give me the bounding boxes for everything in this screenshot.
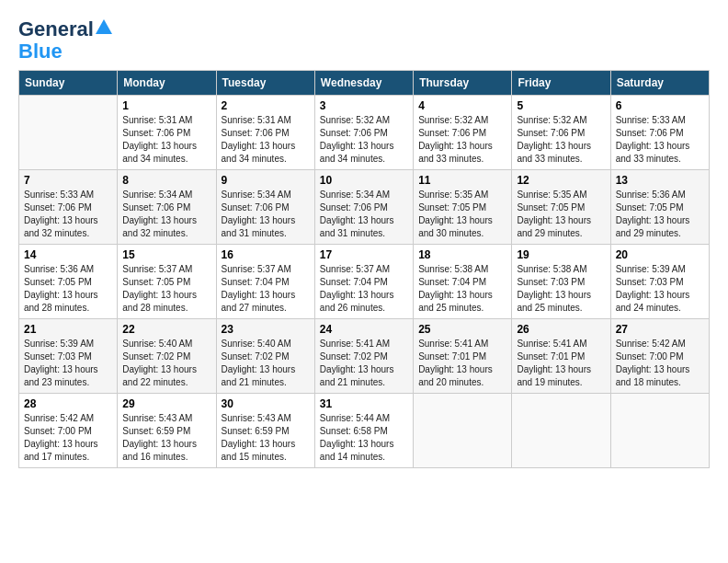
day-number: 13: [616, 174, 704, 187]
header-thursday: Thursday: [414, 71, 512, 96]
day-cell: 10Sunrise: 5:34 AMSunset: 7:06 PMDayligh…: [314, 170, 413, 245]
day-cell: 2Sunrise: 5:31 AMSunset: 7:06 PMDaylight…: [216, 96, 314, 170]
day-cell: 15Sunrise: 5:37 AMSunset: 7:05 PMDayligh…: [118, 245, 216, 319]
day-info: Sunrise: 5:37 AMSunset: 7:04 PMDaylight:…: [222, 263, 310, 315]
day-number: 30: [222, 397, 310, 410]
day-info: Sunrise: 5:39 AMSunset: 7:03 PMDaylight:…: [24, 338, 112, 389]
day-cell: 22Sunrise: 5:40 AMSunset: 7:02 PMDayligh…: [118, 319, 216, 394]
day-cell: 6Sunrise: 5:33 AMSunset: 7:06 PMDaylight…: [610, 96, 709, 170]
day-cell: 9Sunrise: 5:34 AMSunset: 7:06 PMDaylight…: [216, 170, 314, 245]
day-cell: 17Sunrise: 5:37 AMSunset: 7:04 PMDayligh…: [314, 245, 413, 319]
day-cell: 24Sunrise: 5:41 AMSunset: 7:02 PMDayligh…: [314, 319, 413, 394]
day-info: Sunrise: 5:39 AMSunset: 7:03 PMDaylight:…: [616, 263, 704, 315]
day-number: 29: [122, 397, 210, 410]
day-cell: 31Sunrise: 5:44 AMSunset: 6:58 PMDayligh…: [314, 394, 413, 468]
day-info: Sunrise: 5:36 AMSunset: 7:05 PMDaylight:…: [24, 263, 112, 315]
day-info: Sunrise: 5:42 AMSunset: 7:00 PMDaylight:…: [24, 412, 112, 464]
day-cell: 23Sunrise: 5:40 AMSunset: 7:02 PMDayligh…: [216, 319, 314, 394]
day-number: 1: [122, 99, 210, 112]
day-info: Sunrise: 5:31 AMSunset: 7:06 PMDaylight:…: [122, 114, 210, 166]
day-cell: 18Sunrise: 5:38 AMSunset: 7:04 PMDayligh…: [414, 245, 512, 319]
day-cell: 19Sunrise: 5:38 AMSunset: 7:03 PMDayligh…: [512, 245, 610, 319]
day-info: Sunrise: 5:42 AMSunset: 7:00 PMDaylight:…: [616, 338, 704, 389]
day-cell: 8Sunrise: 5:34 AMSunset: 7:06 PMDaylight…: [118, 170, 216, 245]
day-number: 19: [517, 248, 605, 261]
day-number: 23: [222, 323, 310, 336]
day-cell: 12Sunrise: 5:35 AMSunset: 7:05 PMDayligh…: [512, 170, 610, 245]
day-cell: 21Sunrise: 5:39 AMSunset: 7:03 PMDayligh…: [19, 319, 118, 394]
day-cell: 20Sunrise: 5:39 AMSunset: 7:03 PMDayligh…: [610, 245, 709, 319]
day-info: Sunrise: 5:43 AMSunset: 6:59 PMDaylight:…: [122, 412, 210, 464]
header-monday: Monday: [118, 71, 216, 96]
day-number: 11: [418, 174, 506, 187]
day-cell: [414, 394, 512, 468]
day-cell: 28Sunrise: 5:42 AMSunset: 7:00 PMDayligh…: [19, 394, 118, 468]
day-cell: 7Sunrise: 5:33 AMSunset: 7:06 PMDaylight…: [19, 170, 118, 245]
header-tuesday: Tuesday: [216, 71, 314, 96]
day-cell: 5Sunrise: 5:32 AMSunset: 7:06 PMDaylight…: [512, 96, 610, 170]
day-info: Sunrise: 5:35 AMSunset: 7:05 PMDaylight:…: [517, 189, 605, 240]
day-info: Sunrise: 5:32 AMSunset: 7:06 PMDaylight:…: [517, 114, 605, 166]
day-number: 7: [24, 174, 112, 187]
logo-blue: Blue: [18, 40, 63, 63]
day-number: 22: [122, 323, 210, 336]
day-info: Sunrise: 5:41 AMSunset: 7:01 PMDaylight:…: [517, 338, 605, 389]
day-number: 5: [517, 99, 605, 112]
day-number: 10: [320, 174, 408, 187]
week-row-3: 14Sunrise: 5:36 AMSunset: 7:05 PMDayligh…: [19, 245, 710, 319]
logo-general: General: [18, 18, 94, 40]
day-info: Sunrise: 5:35 AMSunset: 7:05 PMDaylight:…: [418, 189, 506, 240]
day-number: 9: [222, 174, 310, 187]
day-number: 14: [24, 248, 112, 261]
week-row-2: 7Sunrise: 5:33 AMSunset: 7:06 PMDaylight…: [19, 170, 710, 245]
day-info: Sunrise: 5:32 AMSunset: 7:06 PMDaylight:…: [418, 114, 506, 166]
week-row-4: 21Sunrise: 5:39 AMSunset: 7:03 PMDayligh…: [19, 319, 710, 394]
day-cell: [512, 394, 610, 468]
day-cell: 11Sunrise: 5:35 AMSunset: 7:05 PMDayligh…: [414, 170, 512, 245]
day-cell: 1Sunrise: 5:31 AMSunset: 7:06 PMDaylight…: [118, 96, 216, 170]
header-friday: Friday: [512, 71, 610, 96]
header-wednesday: Wednesday: [314, 71, 413, 96]
day-number: 21: [24, 323, 112, 336]
day-number: 28: [24, 397, 112, 410]
day-info: Sunrise: 5:34 AMSunset: 7:06 PMDaylight:…: [320, 189, 408, 240]
day-cell: 13Sunrise: 5:36 AMSunset: 7:05 PMDayligh…: [610, 170, 709, 245]
day-info: Sunrise: 5:43 AMSunset: 6:59 PMDaylight:…: [222, 412, 310, 464]
day-info: Sunrise: 5:37 AMSunset: 7:05 PMDaylight:…: [122, 263, 210, 315]
day-cell: 30Sunrise: 5:43 AMSunset: 6:59 PMDayligh…: [216, 394, 314, 468]
day-info: Sunrise: 5:34 AMSunset: 7:06 PMDaylight:…: [122, 189, 210, 240]
day-number: 26: [517, 323, 605, 336]
day-number: 3: [320, 99, 408, 112]
day-info: Sunrise: 5:34 AMSunset: 7:06 PMDaylight:…: [222, 189, 310, 240]
day-number: 27: [616, 323, 704, 336]
week-row-5: 28Sunrise: 5:42 AMSunset: 7:00 PMDayligh…: [19, 394, 710, 468]
day-info: Sunrise: 5:41 AMSunset: 7:02 PMDaylight:…: [320, 338, 408, 389]
day-cell: [610, 394, 709, 468]
day-info: Sunrise: 5:36 AMSunset: 7:05 PMDaylight:…: [616, 189, 704, 240]
day-info: Sunrise: 5:40 AMSunset: 7:02 PMDaylight:…: [222, 338, 310, 389]
logo-icon: [96, 18, 112, 35]
day-info: Sunrise: 5:44 AMSunset: 6:58 PMDaylight:…: [320, 412, 408, 464]
day-number: 4: [418, 99, 506, 112]
day-number: 12: [517, 174, 605, 187]
day-info: Sunrise: 5:40 AMSunset: 7:02 PMDaylight:…: [122, 338, 210, 389]
day-cell: 25Sunrise: 5:41 AMSunset: 7:01 PMDayligh…: [414, 319, 512, 394]
calendar-header-row: SundayMondayTuesdayWednesdayThursdayFrid…: [19, 71, 710, 96]
day-number: 18: [418, 248, 506, 261]
day-cell: 16Sunrise: 5:37 AMSunset: 7:04 PMDayligh…: [216, 245, 314, 319]
day-cell: 14Sunrise: 5:36 AMSunset: 7:05 PMDayligh…: [19, 245, 118, 319]
week-row-1: 1Sunrise: 5:31 AMSunset: 7:06 PMDaylight…: [19, 96, 710, 170]
header-sunday: Sunday: [19, 71, 118, 96]
day-cell: 4Sunrise: 5:32 AMSunset: 7:06 PMDaylight…: [414, 96, 512, 170]
day-number: 15: [122, 248, 210, 261]
day-number: 16: [222, 248, 310, 261]
day-number: 2: [222, 99, 310, 112]
calendar-table: SundayMondayTuesdayWednesdayThursdayFrid…: [18, 70, 710, 468]
day-number: 8: [122, 174, 210, 187]
svg-marker-0: [96, 19, 112, 34]
day-info: Sunrise: 5:38 AMSunset: 7:03 PMDaylight:…: [517, 263, 605, 315]
day-info: Sunrise: 5:38 AMSunset: 7:04 PMDaylight:…: [418, 263, 506, 315]
day-cell: [19, 96, 118, 170]
day-info: Sunrise: 5:31 AMSunset: 7:06 PMDaylight:…: [222, 114, 310, 166]
day-info: Sunrise: 5:32 AMSunset: 7:06 PMDaylight:…: [320, 114, 408, 166]
